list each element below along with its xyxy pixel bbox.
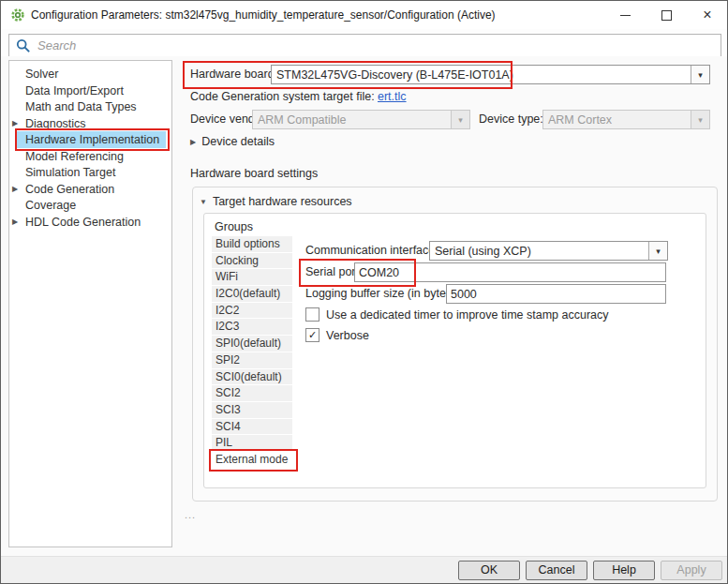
group-item-build-options[interactable]: Build options: [212, 236, 292, 252]
group-item-sci4[interactable]: SCI4: [212, 419, 292, 435]
device-details-toggle[interactable]: ▶Device details: [190, 135, 275, 148]
sidebar-item-data-import-export[interactable]: Data Import/Export: [9, 82, 179, 99]
sidebar-item-simulation-target[interactable]: Simulation Target: [9, 164, 179, 181]
close-button[interactable]: ×: [691, 1, 723, 29]
close-icon: ×: [703, 7, 711, 22]
chevron-right-icon: ▶: [12, 115, 18, 132]
chevron-right-icon: ▶: [12, 181, 18, 198]
sidebar-item-label: Coverage: [25, 199, 76, 212]
group-item-external-mode[interactable]: External mode: [212, 452, 292, 468]
sidebar-item-label: Diagnostics: [25, 117, 86, 130]
hardware-board-value: STM32L475VG-Discovery (B-L475E-IOT01A): [272, 68, 691, 82]
dedicated-timer-label: Use a dedicated timer to improve time st…: [326, 308, 609, 322]
target-hardware-resources-toggle[interactable]: ▼Target hardware resources: [200, 195, 352, 208]
sidebar-item-hardware-implementation[interactable]: Hardware Implementation: [17, 131, 166, 148]
ok-button[interactable]: OK: [458, 561, 520, 580]
group-item-i2c0[interactable]: I2C0(default): [212, 286, 292, 302]
sidebar-item-label: Hardware Implementation: [25, 133, 159, 146]
device-vendor-value: ARM Compatible: [253, 113, 451, 127]
minimize-icon: [620, 15, 631, 16]
sidebar-item-model-referencing[interactable]: Model Referencing: [9, 148, 179, 165]
sidebar-item-label: Simulation Target: [25, 166, 115, 179]
sidebar-item-coverage[interactable]: Coverage: [9, 197, 179, 214]
hardware-board-label: Hardware board:: [190, 65, 277, 84]
sidebar-item-label: HDL Code Generation: [25, 216, 141, 229]
group-item-sci0[interactable]: SCI0(default): [212, 369, 292, 385]
maximize-button[interactable]: [650, 1, 682, 29]
chevron-down-icon: ▾: [691, 111, 709, 128]
device-vendor-select: ARM Compatible ▾: [252, 110, 470, 129]
group-item-spi0[interactable]: SPI0(default): [212, 336, 292, 352]
help-button[interactable]: Help: [593, 561, 655, 580]
device-type-value: ARM Cortex: [543, 113, 691, 127]
maximize-icon: [661, 10, 672, 21]
group-item-sci3[interactable]: SCI3: [212, 402, 292, 418]
group-item-clocking[interactable]: Clocking: [212, 253, 292, 269]
group-item-spi2[interactable]: SPI2: [212, 352, 292, 368]
device-type-select: ARM Cortex ▾: [542, 110, 710, 129]
chevron-down-icon: ▾: [648, 242, 667, 260]
dedicated-timer-checkbox[interactable]: [305, 307, 319, 322]
window-title: Configuration Parameters: stm32l475vg_hu…: [31, 1, 496, 29]
sidebar-item-math-and-data-types[interactable]: Math and Data Types: [9, 98, 179, 115]
sidebar-item-diagnostics[interactable]: ▶Diagnostics: [9, 115, 179, 132]
search-input[interactable]: [36, 37, 721, 53]
title-bar: Configuration Parameters: stm32l475vg_hu…: [1, 1, 727, 29]
groups-list: Build options Clocking WiFi I2C0(default…: [212, 236, 292, 469]
group-item-i2c3[interactable]: I2C3: [212, 319, 292, 335]
target-file-link[interactable]: ert.tlc: [378, 87, 407, 107]
chevron-down-icon: ▾: [691, 66, 709, 83]
sidebar-item-label: Math and Data Types: [25, 100, 137, 113]
chevron-down-icon: ▾: [451, 111, 469, 128]
sidebar-item-solver[interactable]: Solver: [9, 66, 179, 82]
sidebar-item-label: Solver: [25, 67, 58, 81]
hardware-board-select[interactable]: STM32L475VG-Discovery (B-L475E-IOT01A) ▾: [271, 65, 710, 84]
dedicated-timer-checkbox-row: Use a dedicated timer to improve time st…: [305, 307, 609, 322]
group-item-i2c2[interactable]: I2C2: [212, 303, 292, 319]
footer-button-bar: OK Cancel Help Apply: [1, 556, 727, 583]
chevron-right-icon: ▶: [12, 214, 18, 231]
device-details-label: Device details: [201, 135, 275, 148]
target-hardware-resources-label: Target hardware resources: [213, 195, 352, 208]
sidebar-item-hdl-code-generation[interactable]: ▶HDL Code Generation: [9, 214, 179, 231]
communication-interface-select[interactable]: Serial (using XCP) ▾: [429, 241, 668, 261]
apply-button: Apply: [661, 561, 722, 580]
groups-label: Groups: [215, 220, 253, 233]
minimize-button[interactable]: [609, 1, 641, 29]
verbose-label: Verbose: [326, 329, 369, 342]
configuration-gear-icon: [10, 7, 25, 22]
group-item-pil[interactable]: PIL: [212, 435, 292, 451]
logging-buffer-size-label: Logging buffer size (in bytes):: [305, 284, 459, 304]
search-bar: [8, 34, 721, 57]
communication-interface-label: Communication interface:: [305, 241, 438, 261]
configuration-parameters-dialog: Configuration Parameters: stm32l475vg_hu…: [0, 0, 728, 584]
search-icon: [16, 38, 30, 52]
group-item-sci2[interactable]: SCI2: [212, 385, 292, 401]
group-item-wifi[interactable]: WiFi: [212, 269, 292, 285]
verbose-checkbox[interactable]: ✓: [305, 328, 319, 342]
serial-port-input[interactable]: [354, 262, 666, 282]
target-file-label: Code Generation system target file:: [190, 87, 375, 107]
chevron-right-icon: ▶: [190, 138, 196, 146]
cancel-button[interactable]: Cancel: [526, 561, 587, 580]
chevron-down-expanded-icon: ▼: [200, 198, 207, 206]
sidebar-item-label: Data Import/Export: [25, 84, 124, 97]
sidebar-item-label: Code Generation: [25, 183, 114, 196]
communication-interface-value: Serial (using XCP): [430, 245, 648, 258]
logging-buffer-size-input[interactable]: [446, 284, 666, 304]
ellipsis-text: ...: [185, 509, 196, 520]
verbose-checkbox-row: ✓ Verbose: [305, 328, 369, 342]
sidebar-item-label: Model Referencing: [25, 150, 124, 163]
board-settings-heading: Hardware board settings: [190, 164, 318, 184]
sidebar-item-code-generation[interactable]: ▶Code Generation: [9, 181, 179, 198]
device-type-label: Device type:: [479, 110, 543, 129]
